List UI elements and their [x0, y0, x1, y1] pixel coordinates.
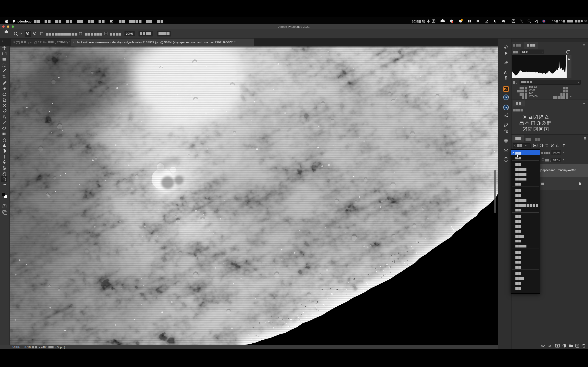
- svg-text:Dr: Dr: [504, 88, 507, 91]
- svg-text:¶: ¶: [505, 76, 507, 80]
- svg-text:Al: Al: [504, 71, 508, 75]
- svg-text:TK: TK: [504, 106, 508, 109]
- svg-text:fx: fx: [548, 344, 551, 348]
- svg-text:TK: TK: [504, 96, 508, 99]
- svg-text:E: E: [504, 122, 505, 125]
